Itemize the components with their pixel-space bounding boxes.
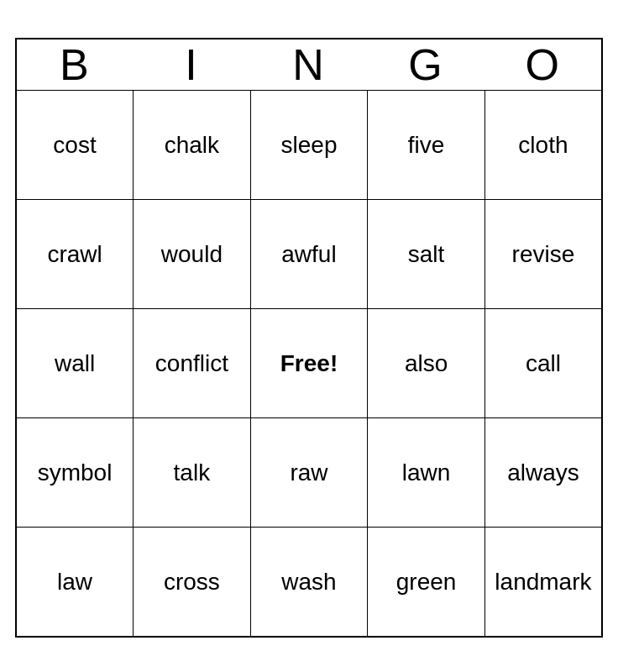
cell-0-1[interactable]: chalk [134, 91, 251, 200]
cell-2-0[interactable]: wall [16, 309, 134, 418]
header-o: O [484, 39, 602, 91]
header-g: G [368, 39, 485, 91]
table-row: wall conflict Free! also call [16, 309, 602, 418]
cell-4-4[interactable]: landmark [484, 528, 602, 637]
cell-0-0[interactable]: cost [16, 91, 134, 200]
cell-2-1[interactable]: conflict [134, 309, 251, 418]
cell-4-0[interactable]: law [16, 528, 134, 637]
cell-1-2[interactable]: awful [250, 200, 368, 309]
table-row: cost chalk sleep five cloth [16, 91, 602, 200]
cell-0-2[interactable]: sleep [250, 91, 368, 200]
header-b: B [16, 39, 134, 91]
free-cell[interactable]: Free! [250, 309, 368, 418]
cell-1-1[interactable]: would [134, 200, 251, 309]
cell-3-0[interactable]: symbol [16, 418, 134, 528]
cell-1-0[interactable]: crawl [16, 200, 134, 309]
table-row: crawl would awful salt revise [16, 200, 602, 309]
bingo-grid: B I N G O cost chalk sleep five cloth cr… [15, 38, 603, 638]
cell-0-3[interactable]: five [368, 91, 485, 200]
cell-4-2[interactable]: wash [250, 528, 368, 637]
cell-0-4[interactable]: cloth [484, 91, 602, 200]
cell-3-1[interactable]: talk [134, 418, 251, 528]
cell-2-3[interactable]: also [368, 309, 485, 418]
header-n: N [250, 39, 368, 91]
table-row: symbol talk raw lawn always [16, 418, 602, 528]
cell-3-2[interactable]: raw [250, 418, 368, 528]
cell-2-4[interactable]: call [484, 309, 602, 418]
cell-3-3[interactable]: lawn [368, 418, 485, 528]
cell-3-4[interactable]: always [484, 418, 602, 528]
header-i: I [134, 39, 251, 91]
header-row: B I N G O [16, 39, 602, 91]
table-row: law cross wash green landmark [16, 528, 602, 637]
cell-4-3[interactable]: green [368, 528, 485, 637]
bingo-card: B I N G O cost chalk sleep five cloth cr… [15, 34, 603, 638]
cell-1-3[interactable]: salt [368, 200, 485, 309]
cell-1-4[interactable]: revise [484, 200, 602, 309]
cell-4-1[interactable]: cross [134, 528, 251, 637]
